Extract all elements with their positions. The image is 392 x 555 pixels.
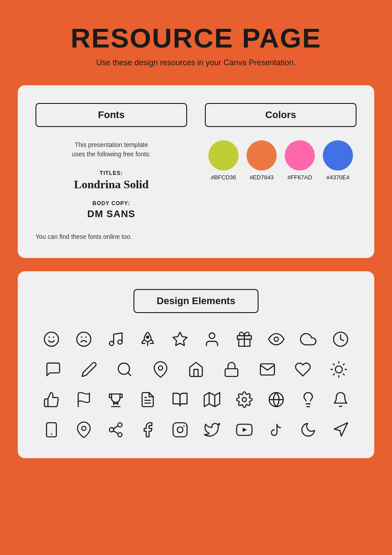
mobile-icon [41, 419, 62, 440]
svg-line-16 [128, 373, 131, 376]
svg-point-13 [274, 337, 278, 341]
twitter-icon [201, 419, 223, 440]
fonts-colors-card: Fonts This presentation template uses th… [18, 85, 374, 258]
svg-line-45 [114, 431, 118, 433]
design-elements-header: Design Elements [35, 289, 357, 313]
megaphone-icon [330, 419, 351, 440]
chat-bubble-icon [43, 359, 64, 380]
map-icon [201, 389, 223, 410]
svg-marker-9 [173, 332, 187, 345]
trophy-icon [105, 389, 126, 410]
color-hex-label: #FF67AD [287, 174, 312, 181]
user-icon [201, 329, 223, 350]
facebook-icon [137, 419, 158, 440]
titles-font: Londrina Solid [35, 178, 187, 191]
sad-face-icon [73, 329, 94, 350]
icons-row-3 [35, 389, 357, 410]
share-icon [105, 419, 126, 440]
body-font: DM SANS [35, 208, 187, 220]
design-elements-label: Design Elements [157, 295, 235, 306]
color-circle [208, 140, 239, 170]
icons-row-2 [35, 359, 357, 380]
svg-point-17 [158, 366, 163, 370]
sun-icon [328, 359, 349, 380]
fonts-description: This presentation template uses the foll… [35, 140, 187, 159]
design-elements-header-box: Design Elements [133, 289, 258, 313]
document-icon [137, 389, 158, 410]
svg-point-43 [110, 428, 114, 432]
lightbulb-icon [298, 389, 319, 410]
mail-icon [257, 359, 278, 380]
pin-icon [150, 359, 171, 380]
colors-section: Colors #BFCD36#ED7843#FF67AD#4370E4 [205, 103, 357, 240]
lock-icon [221, 359, 242, 380]
page-header: RESOURCE PAGE Use these design resources… [71, 22, 321, 67]
globe-icon [266, 389, 287, 410]
svg-line-26 [333, 374, 334, 375]
location-icon [73, 419, 94, 440]
color-hex-label: #BFCD36 [211, 174, 236, 181]
eye-icon [266, 329, 287, 350]
tiktok-icon [266, 419, 287, 440]
svg-marker-49 [243, 428, 247, 432]
rocket-icon [137, 329, 158, 350]
svg-line-22 [333, 364, 334, 365]
smiley-icon [41, 329, 62, 350]
home-icon [185, 359, 207, 380]
svg-point-3 [77, 332, 91, 346]
icons-row-1 [35, 329, 357, 350]
color-swatches: #BFCD36#ED7843#FF67AD#4370E4 [205, 140, 357, 181]
svg-point-6 [110, 341, 114, 346]
star-icon [169, 329, 191, 350]
icons-grid [35, 329, 357, 440]
music-icon [105, 329, 126, 350]
color-circle [323, 140, 353, 170]
titles-label: TITLES: [35, 170, 187, 176]
pencil-icon [78, 359, 100, 380]
svg-point-19 [335, 366, 342, 373]
youtube-icon [234, 419, 255, 440]
bell-icon [330, 389, 351, 410]
flag-icon [73, 389, 94, 410]
color-hex-label: #ED7843 [250, 174, 274, 181]
colors-label: Colors [265, 109, 296, 120]
color-swatch-item: #ED7843 [247, 140, 277, 181]
moon-icon [298, 419, 319, 440]
color-circle [285, 140, 315, 170]
fonts-header-box: Fonts [35, 103, 187, 127]
svg-line-23 [343, 374, 344, 375]
thumbsup-icon [41, 389, 62, 410]
design-elements-card: Design Elements [18, 271, 374, 458]
heart-icon [292, 359, 314, 380]
fonts-label: Fonts [98, 109, 125, 120]
color-hex-label: #4370E4 [326, 174, 349, 181]
color-swatch-item: #BFCD36 [208, 140, 239, 181]
gear-icon [234, 389, 255, 410]
svg-line-27 [343, 364, 344, 365]
svg-point-42 [118, 423, 122, 427]
page-subtitle: Use these design resources in your Canva… [71, 58, 321, 67]
body-label: BODY COPY: [35, 200, 187, 206]
color-swatch-item: #FF67AD [285, 140, 315, 181]
svg-line-46 [114, 426, 118, 428]
svg-rect-47 [173, 423, 187, 437]
color-swatch-item: #4370E4 [323, 140, 353, 181]
fonts-section: Fonts This presentation template uses th… [35, 103, 187, 240]
svg-point-41 [82, 426, 86, 431]
svg-point-44 [118, 432, 122, 437]
svg-point-0 [44, 332, 59, 346]
clock-icon [330, 329, 351, 350]
svg-point-34 [242, 397, 247, 402]
icons-row-4 [35, 419, 357, 440]
instagram-icon [169, 419, 191, 440]
svg-point-10 [209, 333, 215, 339]
svg-point-8 [147, 336, 149, 338]
svg-rect-18 [225, 369, 238, 376]
book-icon [169, 389, 191, 410]
gift-icon [234, 329, 255, 350]
colors-header-box: Colors [205, 103, 357, 127]
search-icon [114, 359, 135, 380]
svg-marker-31 [204, 392, 220, 407]
cloud-icon [298, 329, 319, 350]
fonts-find-text: You can find these fonts online too. [35, 233, 187, 240]
